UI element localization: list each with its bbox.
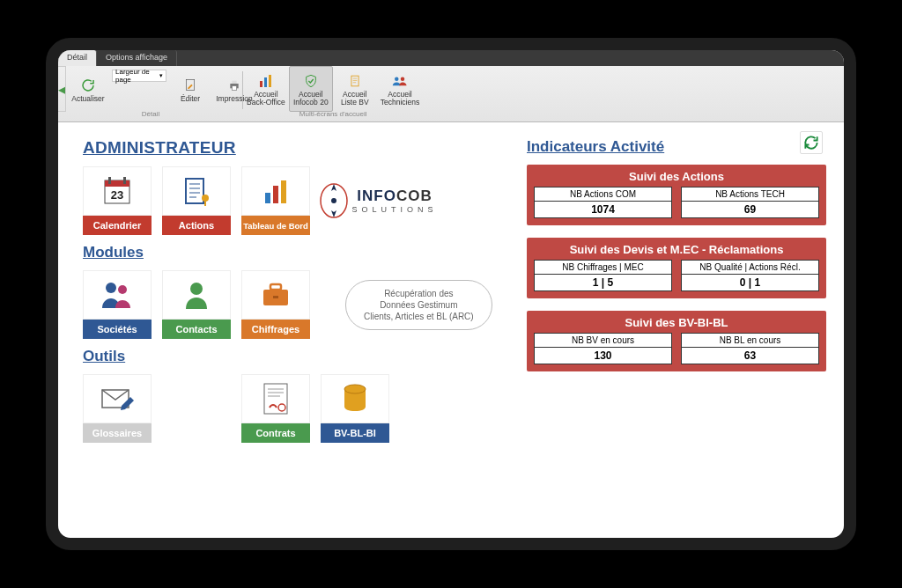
accueil-techniciens-button[interactable]: Accueil Techniciens (377, 66, 423, 112)
tile-glossaires[interactable]: Glossaires (83, 374, 152, 443)
svg-rect-6 (269, 75, 271, 87)
tab-detail[interactable]: Détail (58, 50, 97, 66)
panel-suivi-devis: Suivi des Devis et M.EC - Réclamations N… (527, 238, 826, 298)
svg-rect-18 (265, 193, 270, 203)
refresh-icon (802, 134, 820, 151)
svg-rect-0 (186, 79, 194, 90)
ribbon: ◂ Actualiser Largeur de page ▾ (58, 66, 844, 122)
accueil-infocob-button[interactable]: Accueil Infocob 20 (289, 66, 333, 112)
tile-actions[interactable]: Actions (162, 166, 231, 235)
ribbon-group-multi-caption: Multi-écrans d'accueil (243, 110, 423, 118)
panel-suivi-bv: Suivi des BV-BI-BL NB BV en cours 130 NB… (527, 311, 826, 371)
refresh-icon (80, 76, 96, 95)
list-key-icon (162, 166, 231, 216)
gestimum-button[interactable]: Récupération des Données Gestimum Client… (345, 280, 492, 330)
card-nb-bv: NB BV en cours 130 (534, 333, 672, 364)
svg-rect-19 (273, 186, 278, 203)
bars-chart-icon (259, 71, 273, 91)
editer-button[interactable]: Éditer (168, 66, 212, 112)
svg-rect-2 (232, 80, 236, 83)
ribbon-group-detail-caption: Détail (58, 110, 243, 118)
tile-tableau-de-bord[interactable]: Tableau de Bord (241, 166, 310, 235)
svg-rect-30 (264, 384, 287, 414)
app-frame: Détail Options affichage ◂ Actualiser La… (46, 38, 856, 550)
panel-suivi-actions: Suivi des Actions NB Actions COM 1074 NB… (527, 165, 826, 225)
svg-point-24 (118, 285, 127, 294)
section-outils: Outils (83, 348, 513, 365)
tile-contacts[interactable]: Contacts (162, 270, 231, 339)
tile-societes[interactable]: Sociétés (83, 270, 152, 339)
svg-rect-15 (186, 179, 203, 203)
card-nb-bl: NB BL en cours 63 (681, 333, 819, 364)
compass-icon (319, 182, 349, 219)
svg-point-8 (395, 77, 399, 82)
edit-page-icon (183, 76, 197, 95)
svg-rect-13 (123, 177, 126, 184)
svg-rect-28 (273, 296, 278, 298)
svg-rect-5 (264, 77, 267, 87)
content-area: ADMINISTRATEUR 23 Calendrier Actions (58, 122, 844, 538)
briefcase-icon (241, 270, 310, 320)
calendar-icon: 23 (83, 166, 152, 216)
bar-chart-icon (241, 166, 310, 216)
svg-rect-3 (232, 85, 236, 90)
tab-options-affichage[interactable]: Options affichage (97, 50, 177, 66)
accueil-back-office-button[interactable]: Accueil Back-Office (243, 66, 289, 112)
infocob-logo: INFOCOB SOLUTIONS (321, 166, 435, 235)
svg-point-22 (331, 198, 336, 203)
section-modules: Modules (83, 244, 513, 261)
card-nb-chiffrages: NB Chiffrages | MEC 1 | 5 (534, 260, 672, 291)
section-administrateur: ADMINISTRATEUR (83, 138, 513, 158)
svg-rect-4 (260, 81, 262, 87)
people-icon (83, 270, 152, 320)
svg-rect-7 (351, 76, 359, 86)
tile-calendrier[interactable]: 23 Calendrier (83, 166, 152, 235)
tile-chiffrages[interactable]: Chiffrages (241, 270, 310, 339)
actualiser-button[interactable]: Actualiser (66, 66, 110, 112)
refresh-indicators-button[interactable] (800, 131, 823, 154)
svg-rect-27 (270, 284, 281, 290)
svg-point-23 (106, 283, 116, 293)
card-nb-actions-com: NB Actions COM 1074 (534, 187, 672, 218)
printer-icon (226, 76, 242, 95)
accueil-liste-bv-button[interactable]: Accueil Liste BV (333, 66, 377, 112)
card-nb-actions-tech: NB Actions TECH 69 (681, 187, 819, 218)
person-icon (162, 270, 231, 320)
zoom-select[interactable]: Largeur de page ▾ (112, 70, 166, 82)
shield-check-icon (304, 71, 318, 91)
section-indicateurs: Indicateurs Activité (527, 138, 826, 156)
svg-rect-12 (108, 177, 111, 184)
ribbon-left-arrow[interactable]: ◂ (58, 66, 66, 112)
envelope-pen-icon (83, 374, 152, 423)
svg-text:23: 23 (111, 188, 123, 202)
svg-point-16 (202, 195, 209, 202)
card-nb-qualite: NB Qualité | Actions Récl. 0 | 1 (681, 260, 819, 291)
document-icon (349, 71, 361, 91)
svg-rect-20 (281, 180, 286, 203)
tab-bar: Détail Options affichage (58, 50, 844, 66)
tile-contrats[interactable]: Contrats (241, 374, 310, 443)
svg-rect-17 (204, 201, 206, 206)
contract-icon (241, 374, 310, 423)
tile-bv-bl-bi[interactable]: BV-BL-BI (321, 374, 389, 443)
chevron-down-icon: ▾ (159, 72, 163, 79)
svg-point-25 (190, 283, 203, 295)
svg-point-31 (278, 404, 285, 411)
svg-point-9 (401, 77, 405, 82)
database-icon (321, 374, 389, 423)
users-icon (392, 71, 408, 91)
